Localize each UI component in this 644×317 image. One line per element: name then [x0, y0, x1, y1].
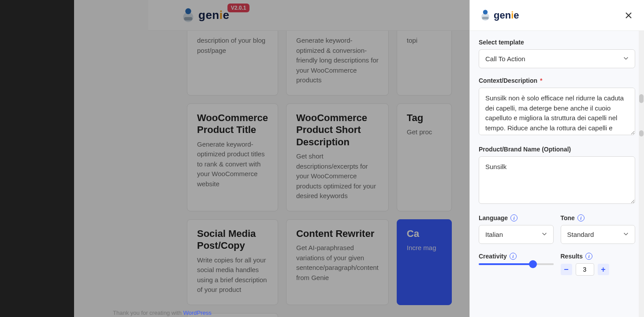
- panel-scrollbar[interactable]: [639, 31, 644, 317]
- panel-header: genie: [470, 0, 644, 31]
- wordpress-link[interactable]: WordPress: [183, 310, 212, 316]
- results-decrement-button[interactable]: −: [561, 264, 572, 275]
- results-input[interactable]: [576, 263, 594, 276]
- label-language: Language i: [479, 214, 554, 221]
- language-select[interactable]: [479, 225, 554, 244]
- required-asterisk: *: [540, 77, 542, 84]
- product-name-textarea[interactable]: [479, 156, 635, 204]
- label-context: Context/Description *: [479, 77, 635, 84]
- template-form-panel: genie Select template Context/Descriptio…: [469, 0, 644, 317]
- label-select-template: Select template: [479, 39, 635, 46]
- creativity-slider[interactable]: [479, 263, 554, 265]
- info-icon[interactable]: i: [510, 253, 517, 260]
- footer-credit: Thank you for creating with WordPress: [113, 310, 212, 316]
- context-textarea[interactable]: [479, 88, 635, 135]
- label-results: Results i: [561, 253, 636, 260]
- info-icon[interactable]: i: [510, 214, 517, 221]
- panel-logo-text: genie: [494, 10, 519, 21]
- modal-overlay[interactable]: [74, 0, 469, 317]
- results-increment-button[interactable]: +: [598, 264, 609, 275]
- scroll-thumb[interactable]: [639, 130, 644, 136]
- template-select[interactable]: [479, 49, 635, 68]
- panel-logo: genie: [479, 9, 519, 22]
- label-product-name: Product/Brand Name (Optional): [479, 146, 635, 153]
- info-icon[interactable]: i: [577, 214, 584, 221]
- tone-select[interactable]: [561, 225, 636, 244]
- scroll-thumb[interactable]: [639, 94, 644, 103]
- svg-rect-5: [482, 17, 489, 19]
- genie-logo-icon: [479, 9, 492, 22]
- label-creativity: Creativity i: [479, 253, 554, 260]
- svg-point-4: [483, 10, 488, 15]
- close-button[interactable]: [622, 9, 635, 22]
- label-tone: Tone i: [561, 214, 636, 221]
- wp-admin-sidebar: [0, 0, 74, 317]
- info-icon[interactable]: i: [585, 253, 592, 260]
- panel-body: Select template Context/Description * Pr…: [470, 31, 644, 317]
